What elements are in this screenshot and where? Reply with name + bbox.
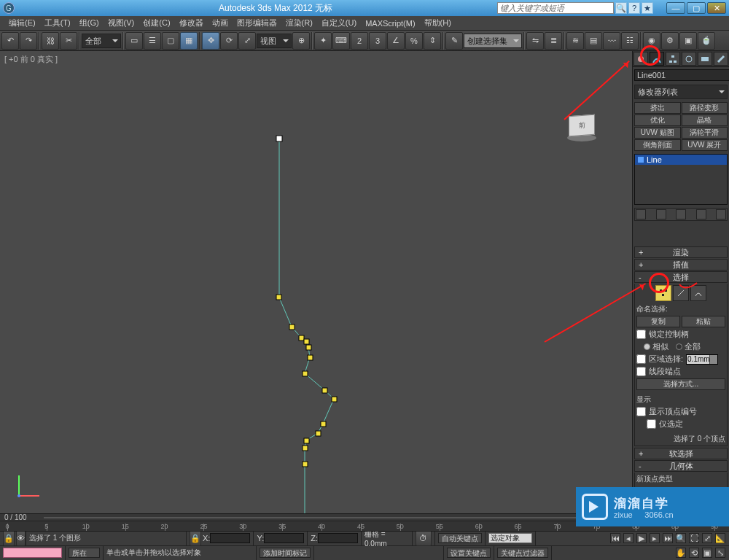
percent-snap-button[interactable]: % bbox=[405, 32, 423, 50]
infocenter-button-3[interactable]: ★ bbox=[642, 2, 653, 14]
modify-panel-tab[interactable] bbox=[650, 52, 664, 66]
menu-modifiers[interactable]: 修改器 bbox=[175, 18, 208, 28]
now-row-button[interactable]: 所在行： bbox=[69, 548, 100, 558]
all-radio[interactable]: 全部 bbox=[676, 341, 701, 352]
menu-group[interactable]: 组(G) bbox=[75, 18, 104, 28]
modbtn-optimize[interactable]: 优化 bbox=[634, 114, 681, 126]
curve-editor-button[interactable]: 〰 bbox=[603, 32, 620, 50]
show-end-result-button[interactable] bbox=[656, 209, 666, 219]
layer-manager-button[interactable]: ≋ bbox=[566, 32, 584, 50]
z-coord-input[interactable] bbox=[318, 533, 358, 543]
make-unique-button[interactable] bbox=[676, 209, 686, 219]
hierarchy-panel-tab[interactable] bbox=[666, 52, 680, 66]
object-name-field[interactable] bbox=[634, 69, 729, 81]
menu-render[interactable]: 渲染(R) bbox=[281, 18, 317, 28]
menu-tools[interactable]: 工具(T) bbox=[40, 18, 75, 28]
paste-named-sel-button[interactable]: 粘贴 bbox=[682, 316, 725, 327]
modbtn-extrude[interactable]: 挤出 bbox=[634, 102, 681, 114]
subobj-segment-button[interactable] bbox=[673, 285, 689, 301]
rollout-geom[interactable]: -几何体 bbox=[634, 460, 728, 472]
select-scale-button[interactable]: ⤢ bbox=[238, 32, 256, 50]
snap-toggle-2d[interactable]: 2 bbox=[351, 32, 368, 50]
render-frame-button[interactable]: ▣ bbox=[679, 32, 697, 50]
viewport-front[interactable]: [ +0 前 0 真实 ] 前 bbox=[0, 51, 632, 513]
nav-orbit-button[interactable]: ⟲ bbox=[689, 548, 699, 558]
infocenter-button-1[interactable]: 🔍 bbox=[615, 2, 627, 14]
only-selected-check[interactable]: 仅选定 bbox=[636, 419, 725, 429]
key-target-combo[interactable] bbox=[488, 533, 532, 543]
copy-named-sel-button[interactable]: 复制 bbox=[636, 316, 680, 327]
render-button[interactable]: 🍵 bbox=[698, 32, 715, 50]
edit-named-sel-button[interactable]: ✎ bbox=[445, 32, 463, 50]
pin-stack-button[interactable] bbox=[636, 209, 646, 219]
modbtn-uvwunwrap[interactable]: UVW 展开 bbox=[682, 139, 728, 151]
align-button[interactable]: ≣ bbox=[545, 32, 562, 50]
rollout-select[interactable]: -选择 bbox=[634, 271, 728, 283]
menu-customize[interactable]: 自定义(U) bbox=[317, 18, 361, 28]
modbtn-pathdeform[interactable]: 路径变形 bbox=[682, 102, 728, 114]
rollout-interp[interactable]: +插值 bbox=[634, 259, 728, 271]
select-object-button[interactable]: ▭ bbox=[125, 32, 143, 50]
play-button[interactable]: ▶ bbox=[636, 533, 647, 543]
modbtn-lattice[interactable]: 晶格 bbox=[682, 114, 728, 126]
modbtn-chamferprofile[interactable]: 倒角剖面 bbox=[634, 139, 681, 151]
render-setup-button[interactable]: ⚙ bbox=[661, 32, 679, 50]
select-by-name-button[interactable]: ☰ bbox=[144, 32, 161, 50]
menu-views[interactable]: 视图(V) bbox=[104, 18, 139, 28]
y-coord-input[interactable] bbox=[264, 533, 304, 543]
utilities-panel-tab[interactable] bbox=[714, 52, 728, 66]
area-select-spinner[interactable]: 0.1mm bbox=[686, 354, 718, 365]
keyboard-shortcut-button[interactable]: ⌨ bbox=[332, 32, 350, 50]
subobj-vertex-button[interactable] bbox=[655, 285, 671, 301]
nav-zoom-button[interactable]: 🔍 bbox=[676, 533, 686, 543]
segment-end-check[interactable]: 线段端点 bbox=[636, 366, 725, 377]
redo-button[interactable]: ↷ bbox=[20, 32, 37, 50]
nav-maxtoggle-button[interactable]: ▣ bbox=[702, 548, 712, 558]
create-panel-tab[interactable] bbox=[634, 52, 648, 66]
prev-frame-button[interactable]: ◂ bbox=[623, 533, 634, 543]
time-config-button[interactable]: ⏱ bbox=[416, 530, 432, 546]
subobj-spline-button[interactable] bbox=[690, 285, 706, 301]
area-select-check[interactable]: 区域选择: 0.1mm bbox=[636, 354, 725, 365]
close-button[interactable]: ✕ bbox=[707, 2, 726, 14]
rollout-render[interactable]: +渲染 bbox=[634, 246, 728, 258]
motion-panel-tab[interactable] bbox=[682, 52, 696, 66]
graphite-button[interactable]: ▤ bbox=[585, 32, 602, 50]
modbtn-turbosmooth[interactable]: 涡轮平滑 bbox=[682, 127, 728, 139]
snap-toggle-3d[interactable]: 3 bbox=[369, 32, 386, 50]
maximize-button[interactable]: ▢ bbox=[687, 2, 706, 14]
add-time-tag-button[interactable]: 添加时间标记 bbox=[260, 548, 311, 558]
menu-anim[interactable]: 动画 bbox=[208, 18, 233, 28]
next-frame-button[interactable]: ▸ bbox=[650, 533, 660, 543]
goto-start-button[interactable]: ⏮ bbox=[610, 533, 620, 543]
key-filters-button[interactable]: 关键点过滤器 bbox=[497, 548, 548, 558]
unlink-button[interactable]: ✂ bbox=[60, 32, 77, 50]
configure-sets-button[interactable] bbox=[716, 209, 726, 219]
nav-zoomext-button[interactable]: ⤢ bbox=[702, 533, 712, 543]
window-crossing-button[interactable]: ▦ bbox=[180, 32, 198, 50]
menu-help[interactable]: 帮助(H) bbox=[420, 18, 456, 28]
modifier-stack[interactable]: Line bbox=[634, 154, 728, 205]
isolate-button[interactable]: 👁 bbox=[16, 530, 26, 546]
link-button[interactable]: ⛓ bbox=[42, 32, 59, 50]
nav-extra-button[interactable]: ⤡ bbox=[715, 548, 725, 558]
selection-filter-combo[interactable]: 全部 bbox=[82, 34, 121, 48]
auto-key-button[interactable]: 自动关键点 bbox=[438, 533, 482, 543]
nav-zoomall-button[interactable]: ⛶ bbox=[689, 533, 699, 543]
schematic-view-button[interactable]: ☷ bbox=[621, 32, 639, 50]
modifier-list-combo[interactable]: 修改器列表 bbox=[634, 85, 728, 99]
lock-handles-check[interactable]: 锁定控制柄 bbox=[636, 329, 725, 340]
spinner-snap-button[interactable]: ⇕ bbox=[424, 32, 441, 50]
goto-end-button[interactable]: ⏭ bbox=[663, 533, 673, 543]
stack-item-line[interactable]: Line bbox=[635, 155, 727, 165]
select-rotate-button[interactable]: ⟳ bbox=[220, 32, 238, 50]
similar-radio[interactable]: 相似 bbox=[644, 341, 668, 352]
set-key-button[interactable]: 设置关键点 bbox=[447, 548, 491, 558]
undo-button[interactable]: ↶ bbox=[1, 32, 19, 50]
manipulate-button[interactable]: ✦ bbox=[314, 32, 332, 50]
rectangular-region-button[interactable]: ▢ bbox=[162, 32, 179, 50]
angle-snap-button[interactable]: ∠ bbox=[387, 32, 405, 50]
select-move-button[interactable]: ✥ bbox=[202, 32, 219, 50]
nav-pan-button[interactable]: ✋ bbox=[676, 548, 686, 558]
show-vtx-num-check[interactable]: 显示顶点编号 bbox=[636, 406, 725, 417]
